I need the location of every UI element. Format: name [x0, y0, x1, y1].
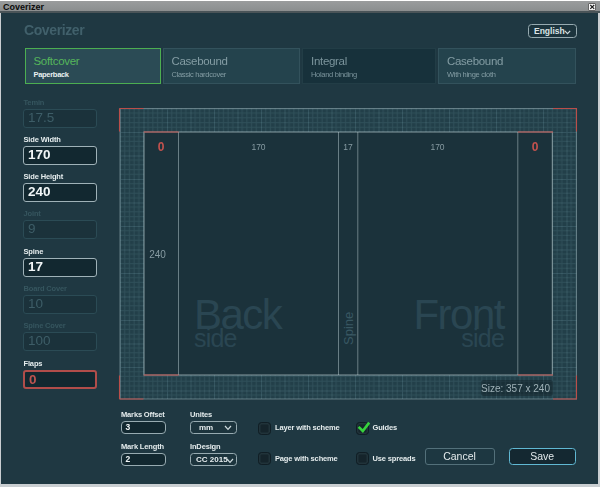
svg-text:170: 170 — [251, 142, 265, 152]
svg-text:Spine: Spine — [341, 312, 356, 345]
svg-text:0: 0 — [532, 140, 539, 154]
svg-text:170: 170 — [430, 142, 444, 152]
svg-text:side: side — [194, 324, 237, 352]
svg-text:side: side — [461, 324, 504, 352]
svg-text:17: 17 — [343, 142, 353, 152]
svg-text:Size: 357 x 240: Size: 357 x 240 — [481, 383, 550, 394]
svg-text:240: 240 — [149, 249, 166, 260]
svg-text:0: 0 — [158, 140, 165, 154]
